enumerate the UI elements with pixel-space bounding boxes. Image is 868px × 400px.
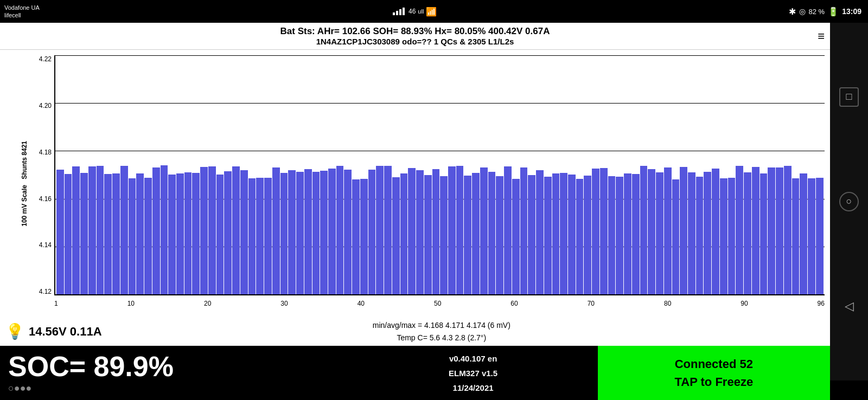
x-val-30: 30 <box>280 300 288 307</box>
bottom-center: min/avg/max = 4.168 4.171 4.174 (6 mV) T… <box>373 319 510 344</box>
chart-bar <box>744 172 751 295</box>
square-button[interactable]: □ <box>839 87 859 107</box>
chart-bar <box>328 169 336 294</box>
chart-bar <box>600 168 608 294</box>
connected-line1: Connected 52 <box>675 355 753 373</box>
chart-bar <box>768 167 775 294</box>
x-val-40: 40 <box>358 300 365 307</box>
chart-bar <box>504 166 512 295</box>
bars-container <box>55 55 825 294</box>
elm-text: ELM327 v1.5 <box>449 366 497 380</box>
chart-bar <box>416 170 424 295</box>
signal-bars <box>393 8 405 15</box>
chart-bar <box>800 173 807 294</box>
chart-bar <box>56 170 64 294</box>
wifi-icon: 📶 <box>426 7 437 17</box>
chart-bar <box>704 172 711 294</box>
chart-bar <box>184 172 192 295</box>
chart-bar <box>65 174 72 294</box>
chart-bar <box>664 167 672 295</box>
stats-line2: Temp C= 5.6 4.3 2.8 (2.7°) <box>373 332 510 344</box>
battery-icon: 🔋 <box>828 7 839 17</box>
version-section: v0.40.107 en ELM327 v1.5 11/24/2021 <box>349 346 598 400</box>
status-right: ✱ ◎ 82 % 🔋 13:09 <box>789 7 861 17</box>
chart-bar <box>304 169 312 294</box>
signal-unit: ull <box>418 8 424 15</box>
chart-bar <box>72 166 80 295</box>
chart-bar <box>712 169 719 294</box>
bar4 <box>403 8 405 15</box>
chart-bar <box>264 178 272 294</box>
bar3 <box>399 9 401 15</box>
chart-bar <box>672 179 680 294</box>
menu-icon[interactable]: ≡ <box>818 29 825 43</box>
chart-bar <box>456 166 464 294</box>
carrier-name: Vodafone UA <box>4 4 40 11</box>
y-val-1: 4.20 <box>39 102 52 109</box>
chart-bar <box>161 165 168 294</box>
y-val-0: 4.22 <box>39 55 52 63</box>
chart-bar <box>808 178 815 294</box>
bar2 <box>396 11 398 15</box>
y-val-5: 4.12 <box>39 288 52 295</box>
chart-bar <box>176 173 184 294</box>
x-val-60: 60 <box>510 300 518 307</box>
chart-bar <box>240 170 248 294</box>
soc-section: SOC= 89.9% ○●●● <box>0 346 349 400</box>
chart-bar <box>656 172 663 295</box>
chart-bar <box>320 171 328 294</box>
chart-bar <box>336 166 344 294</box>
chart-bar <box>400 173 408 294</box>
connected-line2: TAP to Freeze <box>674 373 753 391</box>
chart-bar <box>680 167 687 294</box>
soc-dots: ○●●● <box>8 383 341 394</box>
bottom-bar: SOC= 89.9% ○●●● v0.40.107 en ELM327 v1.5… <box>0 346 830 400</box>
chart-bar <box>97 166 104 294</box>
chart-bar <box>608 176 616 294</box>
network-name: lifecell <box>4 11 40 19</box>
x-val-96: 96 <box>818 300 825 307</box>
chart-bar <box>576 179 584 295</box>
chart-bar <box>104 174 112 294</box>
chart-bar <box>112 173 120 294</box>
chart-bar <box>776 167 783 294</box>
chart-bar <box>144 178 152 295</box>
x-val-70: 70 <box>588 300 595 307</box>
nav-buttons: □ ○ ◁ <box>830 23 868 380</box>
chart-bar <box>256 178 264 294</box>
bluetooth-icon: ✱ <box>789 7 796 17</box>
y-axis-scale: 100 mV Scale <box>21 185 28 227</box>
chart-bar <box>696 177 704 294</box>
soc-value: SOC= 89.9% <box>8 352 341 380</box>
x-val-50: 50 <box>434 300 441 307</box>
chart-bar <box>472 173 480 294</box>
voltage-text: 14.56V 0.11A <box>29 325 102 339</box>
chart-bar <box>616 177 623 295</box>
back-button[interactable]: ◁ <box>839 296 859 316</box>
bar1 <box>393 12 395 15</box>
chart-bar <box>120 166 128 294</box>
chart-bar <box>760 173 768 294</box>
chart-bar <box>752 167 760 295</box>
circle-button[interactable]: ○ <box>839 192 859 211</box>
bulb-icon: 💡 <box>5 322 24 340</box>
chart-bar <box>520 167 528 294</box>
chart-bar <box>584 176 591 294</box>
chart-bar <box>728 178 736 294</box>
clock: 13:09 <box>842 7 861 16</box>
chart-bar <box>464 176 471 294</box>
signal-strength: 46 <box>409 8 416 15</box>
chart-bar <box>168 175 176 295</box>
chart-bar <box>408 168 416 294</box>
chart-bar <box>544 177 552 294</box>
chart-bar <box>280 173 288 294</box>
version-text: v0.40.107 en <box>449 351 497 366</box>
chart-bar <box>200 167 208 294</box>
status-bar: Vodafone UA lifecell 46 ull 📶 ✱ ◎ 82 % 🔋… <box>0 0 868 23</box>
header-line2: 1N4AZ1CP1JC303089 odo=?? 1 QCs & 2305 L1… <box>5 37 825 46</box>
x-val-20: 20 <box>204 300 211 307</box>
connect-tap-button[interactable]: Connected 52 TAP to Freeze <box>598 346 830 400</box>
x-axis: 1 10 20 30 40 50 60 70 80 90 96 <box>54 295 825 312</box>
battery-percent: 82 % <box>809 8 825 16</box>
y-val-4: 4.14 <box>39 241 52 249</box>
